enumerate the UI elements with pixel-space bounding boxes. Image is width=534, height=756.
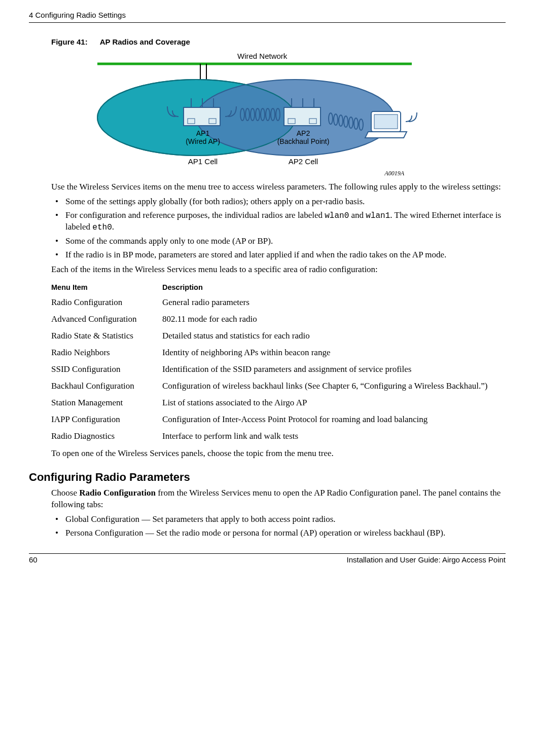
- header-rule: [29, 22, 506, 23]
- svg-rect-34: [374, 115, 398, 129]
- footer-rule: [29, 553, 506, 554]
- list-item: Global Configuration — Set parameters th…: [62, 514, 506, 525]
- svg-rect-20: [284, 107, 321, 126]
- list-item: Some of the settings apply globally (for…: [62, 196, 506, 208]
- table-row: Station ManagementList of stations assoc…: [49, 395, 504, 411]
- tabs-list: Global Configuration — Set parameters th…: [51, 514, 506, 539]
- section-intro: Choose Radio Configuration from the Wire…: [51, 487, 506, 511]
- table-row: SSID ConfigurationIdentification of the …: [49, 361, 504, 378]
- table-header: Description: [160, 281, 504, 295]
- page-header: 4 Configuring Radio Settings: [29, 10, 506, 22]
- intro-paragraph: Use the Wireless Services items on the m…: [51, 181, 506, 193]
- ap1-label: AP1: [196, 129, 210, 137]
- figure-label: Figure 41:: [51, 37, 88, 46]
- table-row: Backhaul ConfigurationConfiguration of w…: [49, 378, 504, 395]
- ap2-label: AP2: [297, 129, 310, 137]
- ap1-cell-label: AP1 Cell: [188, 157, 218, 166]
- rules-list: Some of the settings apply globally (for…: [51, 196, 506, 261]
- list-item: Some of the commands apply only to one m…: [62, 236, 506, 247]
- table-header: Menu Item: [49, 281, 160, 295]
- list-item: If the radio is in BP mode, parameters a…: [62, 249, 506, 261]
- ap1-sub: (Wired AP): [186, 137, 220, 145]
- list-item: For configuration and reference purposes…: [62, 210, 506, 234]
- header-left: 4 Configuring Radio Settings: [29, 10, 126, 20]
- table-row: Advanced Configuration802.11 mode for ea…: [49, 311, 504, 328]
- menu-table: Menu Item Description Radio Configuratio…: [49, 281, 504, 445]
- figure-title: AP Radios and Coverage: [100, 37, 190, 46]
- figure-caption: Figure 41:AP Radios and Coverage: [51, 37, 506, 47]
- ap2-cell-label: AP2 Cell: [289, 157, 318, 166]
- table-row: Radio DiagnosticsInterface to perform li…: [49, 428, 504, 445]
- table-row: IAPP ConfigurationConfiguration of Inter…: [49, 411, 504, 428]
- ap2-sub: (Backhaul Point): [277, 137, 330, 145]
- figure-code: A0019A: [29, 169, 404, 177]
- table-row: Radio NeighborsIdentity of neighboring A…: [49, 345, 504, 361]
- table-row: Radio State & StatisticsDetailed status …: [49, 328, 504, 345]
- footer-title: Installation and User Guide: Airgo Acces…: [346, 555, 506, 565]
- laptop-icon: [365, 111, 417, 138]
- list-item: Persona Configuration — Set the radio mo…: [62, 527, 506, 539]
- table-row: Radio ConfigurationGeneral radio paramet…: [49, 294, 504, 311]
- svg-rect-6: [184, 107, 220, 126]
- wired-network-label: Wired Network: [237, 52, 288, 60]
- page-footer: 60 Installation and User Guide: Airgo Ac…: [29, 555, 506, 565]
- lead-in-paragraph: Each of the items in the Wireless Servic…: [51, 264, 506, 276]
- open-panel-paragraph: To open one of the Wireless Services pan…: [51, 448, 506, 460]
- page-number: 60: [29, 555, 38, 565]
- figure-diagram: Wired Network: [77, 52, 506, 173]
- section-heading: Configuring Radio Parameters: [29, 470, 506, 485]
